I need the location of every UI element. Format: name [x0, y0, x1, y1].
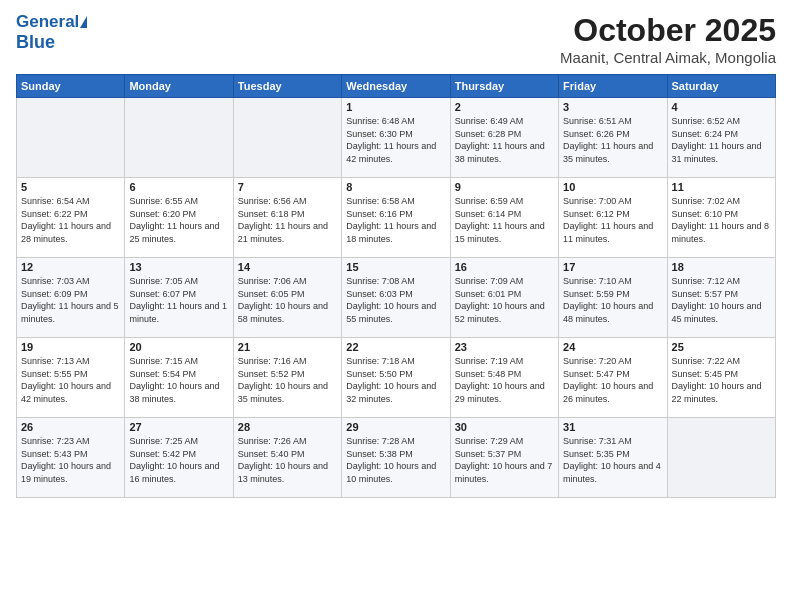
- calendar-cell: 31Sunrise: 7:31 AM Sunset: 5:35 PM Dayli…: [559, 418, 667, 498]
- calendar-cell: 9Sunrise: 6:59 AM Sunset: 6:14 PM Daylig…: [450, 178, 558, 258]
- calendar-cell: 17Sunrise: 7:10 AM Sunset: 5:59 PM Dayli…: [559, 258, 667, 338]
- day-info: Sunrise: 7:13 AM Sunset: 5:55 PM Dayligh…: [21, 355, 120, 405]
- day-number: 11: [672, 181, 771, 193]
- calendar-cell: [125, 98, 233, 178]
- day-number: 26: [21, 421, 120, 433]
- calendar-cell: 30Sunrise: 7:29 AM Sunset: 5:37 PM Dayli…: [450, 418, 558, 498]
- header-row: SundayMondayTuesdayWednesdayThursdayFrid…: [17, 75, 776, 98]
- day-info: Sunrise: 7:25 AM Sunset: 5:42 PM Dayligh…: [129, 435, 228, 485]
- calendar-cell: 12Sunrise: 7:03 AM Sunset: 6:09 PM Dayli…: [17, 258, 125, 338]
- calendar-cell: 8Sunrise: 6:58 AM Sunset: 6:16 PM Daylig…: [342, 178, 450, 258]
- calendar-cell: 23Sunrise: 7:19 AM Sunset: 5:48 PM Dayli…: [450, 338, 558, 418]
- calendar-week-2: 12Sunrise: 7:03 AM Sunset: 6:09 PM Dayli…: [17, 258, 776, 338]
- day-number: 15: [346, 261, 445, 273]
- day-number: 16: [455, 261, 554, 273]
- calendar-cell: 28Sunrise: 7:26 AM Sunset: 5:40 PM Dayli…: [233, 418, 341, 498]
- calendar-body: 1Sunrise: 6:48 AM Sunset: 6:30 PM Daylig…: [17, 98, 776, 498]
- calendar-week-1: 5Sunrise: 6:54 AM Sunset: 6:22 PM Daylig…: [17, 178, 776, 258]
- title-block: October 2025 Maanit, Central Aimak, Mong…: [560, 12, 776, 66]
- calendar-header: SundayMondayTuesdayWednesdayThursdayFrid…: [17, 75, 776, 98]
- day-info: Sunrise: 7:03 AM Sunset: 6:09 PM Dayligh…: [21, 275, 120, 325]
- calendar-cell: 22Sunrise: 7:18 AM Sunset: 5:50 PM Dayli…: [342, 338, 450, 418]
- day-number: 8: [346, 181, 445, 193]
- day-number: 19: [21, 341, 120, 353]
- day-info: Sunrise: 6:58 AM Sunset: 6:16 PM Dayligh…: [346, 195, 445, 245]
- day-number: 10: [563, 181, 662, 193]
- day-number: 22: [346, 341, 445, 353]
- day-number: 12: [21, 261, 120, 273]
- calendar-cell: [233, 98, 341, 178]
- day-info: Sunrise: 7:09 AM Sunset: 6:01 PM Dayligh…: [455, 275, 554, 325]
- day-info: Sunrise: 7:05 AM Sunset: 6:07 PM Dayligh…: [129, 275, 228, 325]
- calendar-cell: 1Sunrise: 6:48 AM Sunset: 6:30 PM Daylig…: [342, 98, 450, 178]
- day-number: 23: [455, 341, 554, 353]
- calendar-cell: 5Sunrise: 6:54 AM Sunset: 6:22 PM Daylig…: [17, 178, 125, 258]
- calendar-cell: 20Sunrise: 7:15 AM Sunset: 5:54 PM Dayli…: [125, 338, 233, 418]
- calendar-cell: 2Sunrise: 6:49 AM Sunset: 6:28 PM Daylig…: [450, 98, 558, 178]
- day-number: 7: [238, 181, 337, 193]
- calendar: SundayMondayTuesdayWednesdayThursdayFrid…: [16, 74, 776, 498]
- logo-blue-text: Blue: [16, 32, 55, 53]
- day-number: 13: [129, 261, 228, 273]
- header-day-friday: Friday: [559, 75, 667, 98]
- calendar-cell: 14Sunrise: 7:06 AM Sunset: 6:05 PM Dayli…: [233, 258, 341, 338]
- logo-triangle-icon: [80, 16, 87, 28]
- day-number: 1: [346, 101, 445, 113]
- day-number: 29: [346, 421, 445, 433]
- day-info: Sunrise: 7:06 AM Sunset: 6:05 PM Dayligh…: [238, 275, 337, 325]
- calendar-cell: 27Sunrise: 7:25 AM Sunset: 5:42 PM Dayli…: [125, 418, 233, 498]
- day-info: Sunrise: 7:12 AM Sunset: 5:57 PM Dayligh…: [672, 275, 771, 325]
- day-number: 2: [455, 101, 554, 113]
- day-number: 20: [129, 341, 228, 353]
- header-day-thursday: Thursday: [450, 75, 558, 98]
- calendar-cell: 15Sunrise: 7:08 AM Sunset: 6:03 PM Dayli…: [342, 258, 450, 338]
- calendar-cell: 3Sunrise: 6:51 AM Sunset: 6:26 PM Daylig…: [559, 98, 667, 178]
- calendar-cell: 11Sunrise: 7:02 AM Sunset: 6:10 PM Dayli…: [667, 178, 775, 258]
- header-day-tuesday: Tuesday: [233, 75, 341, 98]
- day-number: 21: [238, 341, 337, 353]
- calendar-cell: 21Sunrise: 7:16 AM Sunset: 5:52 PM Dayli…: [233, 338, 341, 418]
- day-info: Sunrise: 6:48 AM Sunset: 6:30 PM Dayligh…: [346, 115, 445, 165]
- calendar-cell: 10Sunrise: 7:00 AM Sunset: 6:12 PM Dayli…: [559, 178, 667, 258]
- day-info: Sunrise: 7:31 AM Sunset: 5:35 PM Dayligh…: [563, 435, 662, 485]
- day-info: Sunrise: 7:08 AM Sunset: 6:03 PM Dayligh…: [346, 275, 445, 325]
- day-info: Sunrise: 7:19 AM Sunset: 5:48 PM Dayligh…: [455, 355, 554, 405]
- day-number: 27: [129, 421, 228, 433]
- calendar-cell: 25Sunrise: 7:22 AM Sunset: 5:45 PM Dayli…: [667, 338, 775, 418]
- calendar-cell: 13Sunrise: 7:05 AM Sunset: 6:07 PM Dayli…: [125, 258, 233, 338]
- day-info: Sunrise: 7:00 AM Sunset: 6:12 PM Dayligh…: [563, 195, 662, 245]
- day-info: Sunrise: 7:02 AM Sunset: 6:10 PM Dayligh…: [672, 195, 771, 245]
- day-info: Sunrise: 7:18 AM Sunset: 5:50 PM Dayligh…: [346, 355, 445, 405]
- header-day-monday: Monday: [125, 75, 233, 98]
- header-day-saturday: Saturday: [667, 75, 775, 98]
- day-info: Sunrise: 7:29 AM Sunset: 5:37 PM Dayligh…: [455, 435, 554, 485]
- header-day-sunday: Sunday: [17, 75, 125, 98]
- day-number: 3: [563, 101, 662, 113]
- day-info: Sunrise: 7:15 AM Sunset: 5:54 PM Dayligh…: [129, 355, 228, 405]
- day-info: Sunrise: 7:26 AM Sunset: 5:40 PM Dayligh…: [238, 435, 337, 485]
- day-number: 4: [672, 101, 771, 113]
- calendar-week-4: 26Sunrise: 7:23 AM Sunset: 5:43 PM Dayli…: [17, 418, 776, 498]
- calendar-cell: 7Sunrise: 6:56 AM Sunset: 6:18 PM Daylig…: [233, 178, 341, 258]
- day-info: Sunrise: 6:54 AM Sunset: 6:22 PM Dayligh…: [21, 195, 120, 245]
- calendar-cell: 6Sunrise: 6:55 AM Sunset: 6:20 PM Daylig…: [125, 178, 233, 258]
- calendar-cell: 19Sunrise: 7:13 AM Sunset: 5:55 PM Dayli…: [17, 338, 125, 418]
- day-info: Sunrise: 6:59 AM Sunset: 6:14 PM Dayligh…: [455, 195, 554, 245]
- day-number: 24: [563, 341, 662, 353]
- day-info: Sunrise: 7:23 AM Sunset: 5:43 PM Dayligh…: [21, 435, 120, 485]
- day-info: Sunrise: 7:20 AM Sunset: 5:47 PM Dayligh…: [563, 355, 662, 405]
- day-number: 17: [563, 261, 662, 273]
- page: General Blue October 2025 Maanit, Centra…: [0, 0, 792, 612]
- page-subtitle: Maanit, Central Aimak, Mongolia: [560, 49, 776, 66]
- day-number: 31: [563, 421, 662, 433]
- day-number: 9: [455, 181, 554, 193]
- day-info: Sunrise: 7:28 AM Sunset: 5:38 PM Dayligh…: [346, 435, 445, 485]
- calendar-cell: [667, 418, 775, 498]
- day-number: 6: [129, 181, 228, 193]
- page-title: October 2025: [560, 12, 776, 49]
- logo: General Blue: [16, 12, 87, 53]
- day-info: Sunrise: 6:56 AM Sunset: 6:18 PM Dayligh…: [238, 195, 337, 245]
- calendar-cell: [17, 98, 125, 178]
- header-day-wednesday: Wednesday: [342, 75, 450, 98]
- day-info: Sunrise: 6:55 AM Sunset: 6:20 PM Dayligh…: [129, 195, 228, 245]
